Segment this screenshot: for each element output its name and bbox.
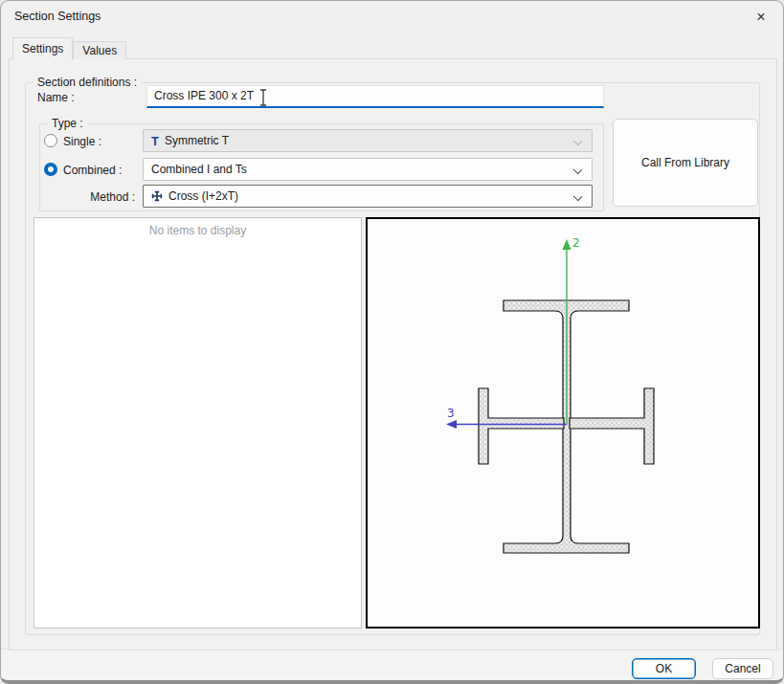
empty-list-text: No items to display <box>149 224 246 237</box>
section-items-list[interactable]: No items to display <box>34 217 362 629</box>
name-label: Name : <box>37 91 75 104</box>
symmetric-t-icon: T <box>151 135 159 147</box>
call-from-library-button[interactable]: Call From Library <box>613 119 758 207</box>
axis-2-label: 2 <box>572 236 580 250</box>
combined-label[interactable]: Combined : <box>63 164 122 177</box>
single-combobox: T Symmetric T <box>143 129 593 152</box>
settings-tab-page: Section definitions : Name : Cross IPE 3… <box>9 58 777 651</box>
method-label: Method : <box>82 190 135 204</box>
section-settings-dialog: Section Settings × Settings Values Secti… <box>0 0 784 684</box>
cancel-button[interactable]: Cancel <box>712 658 773 679</box>
section-definitions-group: Section definitions : Name : Cross IPE 3… <box>25 82 760 635</box>
axis-2-arrowhead <box>563 239 571 250</box>
single-label[interactable]: Single : <box>63 135 101 148</box>
close-icon[interactable]: × <box>747 5 775 29</box>
tab-values[interactable]: Values <box>73 41 126 59</box>
tab-settings[interactable]: Settings <box>12 37 73 59</box>
dialog-footer: OK Cancel <box>1 649 783 684</box>
name-input[interactable]: Cross IPE 300 x 2T <box>146 85 604 108</box>
left-t-section-shape <box>479 388 564 464</box>
combined-combobox-value: Combined I and Ts <box>151 163 247 176</box>
axis-3-label: 3 <box>447 407 455 420</box>
method-combobox-value: Cross (I+2xT) <box>168 189 238 203</box>
type-label: Type : <box>48 117 87 130</box>
tab-strip: Settings Values <box>12 37 126 59</box>
method-combobox[interactable]: Cross (I+2xT) <box>143 185 593 208</box>
text-cursor-icon <box>258 88 268 114</box>
cross-section-drawing: 2 3 <box>368 219 758 627</box>
combined-radio[interactable] <box>44 163 57 176</box>
combined-combobox[interactable]: Combined I and Ts <box>143 158 593 181</box>
section-definitions-label: Section definitions : <box>34 76 141 89</box>
section-preview-panel: 2 3 <box>366 217 760 629</box>
name-value: Cross IPE 300 x 2T <box>154 89 254 102</box>
ok-button[interactable]: OK <box>632 658 696 679</box>
type-group: Type : Single : T Symmetric T Combined :… <box>39 123 604 211</box>
single-radio[interactable] <box>44 134 57 147</box>
chevron-down-icon <box>573 137 582 145</box>
cross-section-icon <box>151 190 163 202</box>
right-t-section-shape <box>570 388 654 464</box>
titlebar: Section Settings × <box>1 1 783 32</box>
single-combobox-value: Symmetric T <box>165 134 229 147</box>
chevron-down-icon <box>573 192 582 201</box>
chevron-down-icon <box>573 165 582 174</box>
window-title: Section Settings <box>14 1 101 32</box>
axis-3-arrowhead <box>446 420 457 429</box>
